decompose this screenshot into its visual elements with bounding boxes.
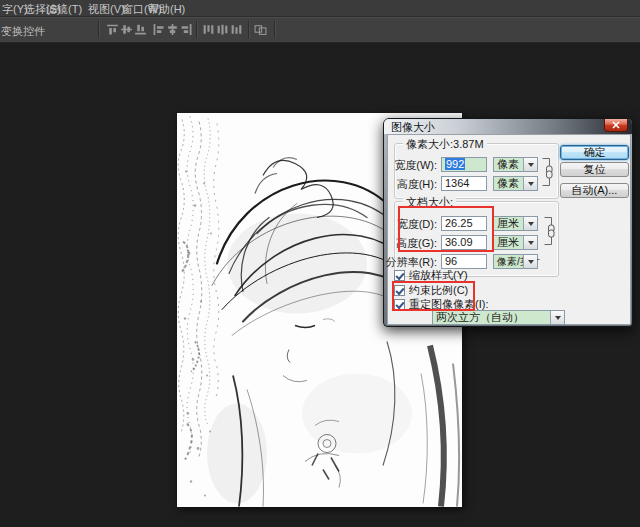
- ok-button[interactable]: 确定: [560, 145, 629, 160]
- close-button[interactable]: [604, 119, 628, 132]
- dropdown-arrow-button[interactable]: [523, 255, 537, 268]
- constrain-proportions-checkbox[interactable]: [394, 285, 405, 296]
- constrain-proportions-row: 约束比例(C): [394, 284, 468, 297]
- toolbar-separator: [248, 21, 250, 38]
- doc-height-unit-select[interactable]: 厘米: [493, 235, 538, 250]
- pixel-width-unit-select[interactable]: 像素: [493, 157, 538, 172]
- pixel-height-unit-value: 像素: [497, 178, 519, 189]
- pixel-width-row: 宽度(W): 992 像素: [395, 157, 558, 172]
- image-size-dialog: 图像大小 像素大小:3.87M 宽度(W): 992 像素 高度(H):: [383, 118, 633, 327]
- resolution-input[interactable]: 96: [441, 254, 487, 269]
- resample-method-value: 两次立方（自动）: [436, 312, 524, 323]
- link-dimensions-icon: [540, 157, 553, 189]
- pixel-height-value: 1364: [445, 177, 469, 189]
- doc-width-label: 宽度(D):: [397, 217, 437, 232]
- chevron-down-icon: [528, 182, 534, 189]
- doc-width-unit-value: 厘米: [497, 218, 519, 229]
- options-bar: 变换控件: [0, 17, 640, 43]
- doc-height-input[interactable]: 36.09: [441, 235, 487, 250]
- menu-filter[interactable]: 滤镜(T): [46, 2, 82, 17]
- doc-width-value: 26.25: [445, 217, 473, 229]
- align-vertical-centers-icon[interactable]: [120, 23, 133, 36]
- scale-styles-row: 缩放样式(Y): [394, 269, 468, 282]
- align-horizontal-centers-icon[interactable]: [166, 23, 179, 36]
- pixel-width-label: 宽度(W):: [394, 158, 437, 173]
- chevron-down-icon: [555, 316, 561, 323]
- pixel-width-input[interactable]: 992: [441, 157, 487, 172]
- doc-height-unit-value: 厘米: [497, 237, 519, 248]
- distribute-top-edges-icon[interactable]: [202, 23, 215, 36]
- reset-button[interactable]: 复位: [560, 162, 629, 177]
- doc-height-row: 高度(G): 36.09 厘米: [395, 235, 558, 250]
- dialog-title: 图像大小: [391, 120, 435, 135]
- link-dimensions-icon: [542, 216, 555, 248]
- dropdown-arrow-button[interactable]: [550, 311, 564, 324]
- distribute-bottom-edges-icon[interactable]: [230, 23, 243, 36]
- doc-width-input[interactable]: 26.25: [441, 216, 487, 231]
- document-size-legend: 文档大小:: [403, 195, 456, 210]
- resolution-unit-select[interactable]: 像素/英寸: [493, 254, 538, 269]
- dropdown-arrow-button[interactable]: [523, 217, 537, 230]
- chevron-down-icon: [528, 241, 534, 248]
- pixel-width-value: 992: [445, 158, 465, 170]
- doc-height-label: 高度(G):: [396, 236, 437, 251]
- doc-width-unit-select[interactable]: 厘米: [493, 216, 538, 231]
- document-size-group: 文档大小: 宽度(D): 26.25 厘米 高度(G): 36.09 厘米: [394, 201, 559, 277]
- doc-height-value: 36.09: [445, 236, 473, 248]
- scale-styles-label: 缩放样式(Y): [409, 268, 468, 283]
- constrain-proportions-label: 约束比例(C): [409, 283, 468, 298]
- align-top-edges-icon[interactable]: [106, 23, 119, 36]
- pixel-width-unit-value: 像素: [497, 159, 519, 170]
- menu-help[interactable]: 帮助(H): [148, 2, 185, 17]
- menu-bar: 字(Y) 选择(S) 滤镜(T) 视图(V) 窗口(W) 帮助(H): [0, 0, 640, 17]
- align-right-edges-icon[interactable]: [180, 23, 193, 36]
- toolbar-separator: [98, 21, 100, 38]
- auto-align-layers-icon[interactable]: [254, 23, 267, 36]
- toolbar-separator: [196, 21, 198, 38]
- resolution-value: 96: [445, 255, 457, 267]
- scale-styles-checkbox[interactable]: [394, 270, 405, 281]
- pixel-height-row: 高度(H): 1364 像素: [395, 176, 558, 191]
- chevron-down-icon: [528, 222, 534, 229]
- pixel-height-input[interactable]: 1364: [441, 176, 487, 191]
- resample-image-checkbox[interactable]: [394, 299, 405, 310]
- pixel-height-label: 高度(H):: [397, 177, 437, 192]
- pixel-height-unit-select[interactable]: 像素: [493, 176, 538, 191]
- dialog-title-bar[interactable]: 图像大小: [384, 119, 632, 134]
- pixel-dimensions-group: 像素大小:3.87M 宽度(W): 992 像素 高度(H): 1364 像素: [394, 143, 559, 199]
- dialog-body: 像素大小:3.87M 宽度(W): 992 像素 高度(H): 1364 像素: [387, 134, 631, 325]
- align-left-edges-icon[interactable]: [152, 23, 165, 36]
- auto-button[interactable]: 自动(A)...: [560, 183, 629, 198]
- show-transform-controls-label: 变换控件: [1, 24, 45, 39]
- dropdown-arrow-button[interactable]: [523, 158, 537, 171]
- chevron-down-icon: [528, 163, 534, 170]
- align-bottom-edges-icon[interactable]: [134, 23, 147, 36]
- dropdown-arrow-button[interactable]: [523, 236, 537, 249]
- distribute-vertical-centers-icon[interactable]: [216, 23, 229, 36]
- dropdown-arrow-button[interactable]: [523, 177, 537, 190]
- pixel-dimensions-legend: 像素大小:3.87M: [403, 137, 487, 152]
- chevron-down-icon: [528, 260, 534, 267]
- resolution-row: 分辨率(R): 96 像素/英寸: [395, 254, 558, 269]
- resample-method-select[interactable]: 两次立方（自动）: [432, 310, 565, 325]
- close-icon: [612, 121, 620, 129]
- toolbar-separator: [274, 21, 276, 38]
- doc-width-row: 宽度(D): 26.25 厘米: [395, 216, 558, 231]
- menu-view[interactable]: 视图(V): [88, 2, 125, 17]
- photoshop-window: 字(Y) 选择(S) 滤镜(T) 视图(V) 窗口(W) 帮助(H) 变换控件: [0, 0, 640, 527]
